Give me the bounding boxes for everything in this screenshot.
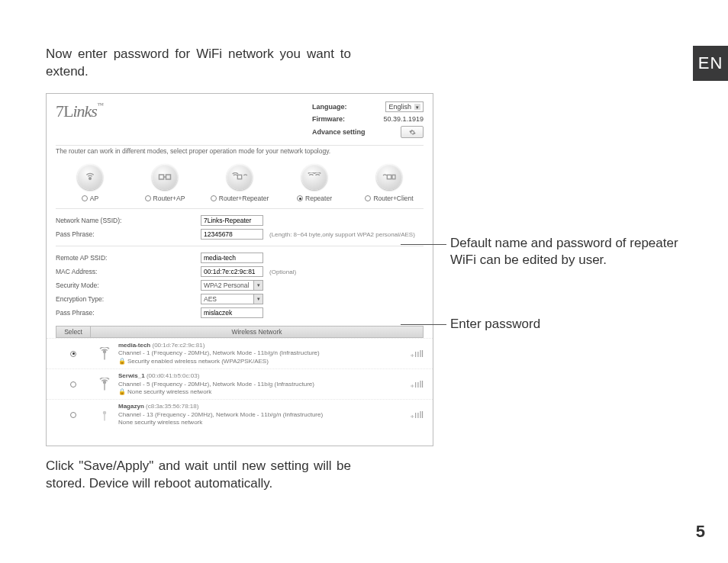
advance-setting-button[interactable]	[401, 126, 424, 138]
wireless-select-header: Select	[56, 326, 91, 338]
mode-option[interactable]: Repeater	[280, 164, 349, 202]
lock-icon: 🔒	[118, 388, 126, 395]
instruction-intro: Now enter password for WiFi network you …	[46, 46, 351, 81]
mode-option[interactable]: Router+AP	[130, 164, 199, 202]
security-mode-value: WPA2 Personal	[204, 282, 249, 289]
signal-strength-icon: ₊ııll	[401, 410, 424, 420]
gear-icon	[409, 129, 416, 136]
svg-rect-2	[166, 175, 171, 179]
remote-passphrase-input[interactable]	[201, 307, 263, 318]
radio-icon	[145, 195, 151, 201]
callout-line	[401, 324, 446, 325]
mac-input[interactable]	[201, 266, 263, 277]
mode-label-text: Router+Repeater	[219, 195, 269, 202]
language-label: Language:	[312, 103, 366, 111]
remote-ssid-label: Remote AP SSID:	[56, 254, 201, 262]
callout-enter-password: Enter password	[450, 316, 679, 333]
wireless-network-info: media-tech (00:1d:7e:c2:9c:81)Channel - …	[118, 342, 401, 365]
antenna-icon	[91, 378, 118, 391]
mode-icon	[152, 164, 178, 190]
svg-point-12	[104, 411, 106, 413]
passphrase-label: Pass Phrase:	[56, 230, 201, 238]
language-select-value: English	[388, 103, 411, 111]
mode-option[interactable]: Router+Repeater	[205, 164, 274, 202]
language-tab: EN	[693, 46, 728, 81]
security-mode-select[interactable]: WPA2 Personal ▾	[201, 280, 263, 291]
signal-strength-icon: ₊ııll	[401, 349, 424, 359]
ssid-label: Network Name (SSID):	[56, 217, 201, 224]
wireless-list-header: Wireless Network	[91, 326, 424, 338]
callout-line	[401, 244, 446, 245]
antenna-icon	[91, 347, 118, 361]
radio-icon	[211, 195, 217, 201]
wireless-network-row[interactable]: Magazyn (c8:3a:35:56:78:18)Channel - 13 …	[47, 399, 433, 429]
encryption-type-label: Encryption Type:	[56, 295, 201, 303]
radio-icon[interactable]	[70, 381, 76, 388]
svg-rect-1	[159, 175, 164, 179]
svg-point-8	[104, 350, 106, 352]
svg-rect-4	[237, 175, 241, 179]
svg-point-10	[104, 381, 106, 383]
mode-option[interactable]: Router+Client	[355, 164, 424, 202]
mode-label-text: Router+Client	[373, 195, 413, 202]
language-select[interactable]: English ▾	[385, 101, 424, 112]
chevron-down-icon: ▾	[253, 294, 263, 304]
passphrase-hint: (Length: 8~64 byte,only support WPA2 per…	[269, 231, 415, 238]
radio-icon[interactable]	[70, 412, 76, 418]
router-admin-screenshot: 7Links™ Language: English ▾ Firmware: 50…	[46, 93, 433, 446]
signal-strength-icon: ₊ııll	[401, 379, 424, 390]
svg-rect-6	[392, 175, 395, 179]
security-mode-label: Security Mode:	[56, 282, 201, 289]
wireless-network-info: Serwis_1 (00:d0:41:b5:0c:03)Channel - 5 …	[118, 372, 401, 396]
chevron-down-icon: ▾	[414, 104, 420, 110]
mode-option[interactable]: AP	[56, 164, 124, 202]
page-number: 5	[696, 522, 705, 542]
mode-icon	[77, 164, 103, 190]
mac-label: MAC Address:	[56, 268, 201, 275]
encryption-type-select[interactable]: AES ▾	[201, 294, 263, 304]
wireless-network-info: Magazyn (c8:3a:35:56:78:18)Channel - 13 …	[118, 403, 401, 426]
mode-icon	[227, 164, 253, 190]
mac-hint: (Optional)	[269, 269, 296, 275]
callout-default-credentials: Default name and password of repeater Wi…	[450, 235, 694, 269]
radio-icon	[82, 195, 88, 201]
radio-icon	[297, 195, 303, 201]
firmware-value: 50.39.1.1919	[383, 115, 424, 123]
mode-icon	[301, 164, 327, 190]
modes-description: The router can work in different modes, …	[47, 146, 433, 159]
instruction-outro: Click "Save/Apply" and wait until new se…	[46, 458, 351, 493]
encryption-type-value: AES	[204, 295, 217, 303]
lock-icon: 🔒	[118, 358, 126, 365]
wireless-network-row[interactable]: Serwis_1 (00:d0:41:b5:0c:03)Channel - 5 …	[47, 368, 433, 399]
mode-label-text: Router+AP	[153, 195, 185, 202]
mode-label-text: Repeater	[305, 195, 332, 202]
remote-passphrase-label: Pass Phrase:	[56, 309, 201, 317]
chevron-down-icon: ▾	[253, 281, 263, 290]
antenna-icon	[91, 408, 118, 422]
ssid-input[interactable]	[201, 215, 263, 226]
passphrase-input[interactable]	[201, 229, 263, 240]
radio-icon[interactable]	[70, 351, 76, 357]
advance-setting-label: Advance setting	[312, 128, 366, 136]
radio-icon	[365, 195, 371, 201]
remote-ssid-input[interactable]	[201, 253, 263, 263]
firmware-label: Firmware:	[312, 115, 366, 123]
brand-logo: 7Links™	[56, 101, 103, 138]
mode-label-text: AP	[90, 195, 98, 202]
svg-point-0	[89, 178, 92, 180]
svg-rect-5	[387, 175, 391, 179]
wireless-network-row[interactable]: media-tech (00:1d:7e:c2:9c:81)Channel - …	[47, 338, 433, 368]
mode-icon	[376, 164, 402, 190]
